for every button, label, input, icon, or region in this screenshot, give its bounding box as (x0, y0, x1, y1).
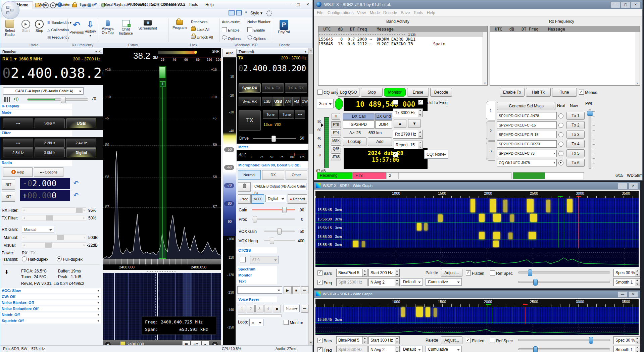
wg2-freq-checkbox[interactable]: Freq (317, 280, 332, 285)
wg2-zero-handle[interactable] (533, 279, 538, 286)
menu-save[interactable]: Save (401, 10, 410, 15)
wg2-gain-slider[interactable] (518, 271, 610, 273)
filter-label[interactable]: Filter (0, 131, 72, 136)
msg-tab-1[interactable]: 1 (486, 101, 495, 120)
wg2-tx-marker[interactable] (577, 196, 581, 198)
xit-reset-icon[interactable]: ↶ (73, 192, 79, 199)
generate-std-msgs-button[interactable]: Generate Std Msgs (497, 102, 555, 110)
vk-2-button[interactable]: 2 (247, 305, 255, 312)
tx4-button[interactable]: Tx 4 (566, 140, 585, 148)
agc-link[interactable]: AGC: Slow▼ (0, 288, 101, 293)
digital-combo[interactable]: Digital (265, 195, 286, 202)
power-tx[interactable]: TX (31, 251, 36, 255)
scroll-up-arrow[interactable]: ▲ (309, 48, 313, 53)
tx-transmit-button[interactable]: TX (239, 110, 261, 131)
monitor2-icon[interactable] (236, 10, 242, 17)
band-combo[interactable]: 3cm (317, 99, 334, 108)
menu-decode[interactable]: Decode (383, 10, 397, 15)
wg2-close[interactable]: ✕ (629, 183, 638, 189)
power-rx[interactable]: RX (22, 251, 28, 255)
tx1-message[interactable]: SP2HPD OK1UFC JN78 (497, 112, 557, 119)
wg1-bins-spinner[interactable]: Bins/Pixel 5 (336, 336, 367, 344)
mode-q65-button[interactable]: Q65 (331, 145, 341, 152)
rit-button[interactable]: RIT (2, 180, 15, 190)
gain-slider[interactable] (252, 209, 295, 210)
filter-3000-button[interactable]: 3.0kHz (35, 148, 65, 157)
vk-3-button[interactable]: 3 (255, 305, 263, 312)
wg2-spec-spinner[interactable]: Spec 30 % (613, 269, 640, 277)
record-button[interactable]: ● Record (288, 194, 307, 204)
wg1-close[interactable]: ✕ (629, 291, 638, 298)
decode-button[interactable]: Decode (430, 88, 452, 97)
tone-button[interactable]: Tone (263, 110, 278, 119)
rx-to-tx-button[interactable]: RX ► TX (262, 83, 284, 93)
tx-lsb-button[interactable]: LSB (262, 97, 273, 106)
wg1-cumulative-combo[interactable]: Cumulative (426, 346, 462, 352)
mode-msk-button[interactable]: MSK (331, 137, 341, 144)
wg2-bins-spinner[interactable]: Bins/Pixel 5 (336, 269, 367, 277)
erase-button[interactable]: Erase (407, 88, 429, 97)
paypal-button[interactable]: P PayPal (276, 20, 292, 34)
log-qso-button[interactable]: Log QSO (338, 88, 359, 97)
nb-options[interactable]: Options (247, 35, 266, 41)
console-close-button[interactable]: ✕ (303, 1, 313, 8)
audio-output-combo[interactable]: CABLE-B Output (VB-Audio Cable B) (252, 183, 306, 190)
splitter[interactable] (103, 270, 221, 273)
receive-panel-controls[interactable]: ▼ ✕ (95, 49, 101, 55)
wg2-adjust-button[interactable]: Adjust... (441, 269, 462, 277)
tx6-radio[interactable] (558, 160, 563, 166)
equalizer-icon[interactable] (4, 97, 10, 102)
wg1-smooth-spinner[interactable]: Smooth 1 (613, 346, 640, 352)
tx5-button[interactable]: Tx 5 (566, 149, 585, 157)
mode-h-button[interactable]: H (332, 113, 340, 120)
cq-combo[interactable]: CQ: None (424, 150, 448, 159)
bandwidth-button[interactable]: ‖‖ Bandwidth ▾ (47, 20, 71, 25)
wg2-zero-slider[interactable] (518, 281, 610, 283)
wg2-titlebar[interactable]: WSJT-X - SDR2 - Wide Graph — ✕ (314, 182, 640, 190)
tx-filter-slider[interactable]: ‹ › (22, 215, 86, 221)
text-play-button[interactable]: ▶ (284, 286, 292, 294)
wg2-minimize[interactable]: — (618, 183, 627, 189)
rxf-column-header[interactable]: UTC dB DT Freq Message (490, 26, 640, 33)
tx-cw-button[interactable]: CW (301, 97, 309, 106)
wg2-frequency-scale[interactable]: 1000 1500 2000 2500 3000 3500 (315, 191, 639, 198)
tx-am-button[interactable]: AM (284, 97, 292, 106)
proc-slider-handle[interactable] (253, 216, 257, 222)
msg-tab-3[interactable]: 3 (486, 141, 495, 161)
nb-enable[interactable]: Enable (247, 27, 265, 32)
hold-tx-checkbox[interactable]: Hold Tx Freq (418, 100, 447, 105)
wg1-rx-marker[interactable] (486, 304, 491, 307)
meter-section[interactable]: Meter (237, 144, 308, 150)
xit-display[interactable]: +00.000 (20, 190, 70, 201)
wg1-spec-spinner[interactable]: Spec 30 % (613, 336, 640, 344)
voice-keyer-section[interactable]: Voice Keyer (237, 296, 277, 302)
tab-transmit[interactable]: Transmit (75, 1, 99, 8)
volume-slider-handle[interactable] (61, 97, 66, 103)
wg2-start-spinner[interactable]: Start 300 Hz (368, 269, 400, 277)
mode-dots-button[interactable]: ••• (3, 118, 33, 128)
dx-call-field[interactable]: SP2HPD (343, 120, 375, 129)
dx-grid-field[interactable]: JO94 (375, 120, 392, 129)
wg1-bars-checkbox[interactable]: Bars (317, 338, 332, 343)
microphone-section[interactable]: Microphone: Gain 90, Boost 5.0 dB, VOX (237, 162, 308, 168)
rx-freq[interactable]: 2.400.038.200 (11, 65, 118, 81)
band-activity-list[interactable]: ------------------------------------ 3cm… (318, 32, 488, 86)
wg1-tx-marker[interactable] (523, 304, 528, 307)
audio-input-combo[interactable]: CABLE-A Input (VB-Audio Cable A) (3, 87, 84, 95)
vox-gain-handle[interactable] (277, 228, 282, 235)
previous-button[interactable]: ↶Previous (69, 20, 84, 34)
ctcss-section[interactable]: CTCSS (237, 247, 277, 253)
squelch-link[interactable]: Squelch: Off▼ (0, 318, 101, 323)
vox-button[interactable]: VOX (251, 194, 264, 204)
child-instance-button[interactable]: + Child Instance (117, 20, 135, 35)
wg1-titlebar[interactable]: WSJT-X - SDR1 - Wide Graph — ✕ (314, 291, 640, 298)
menu-configurations[interactable]: Configurations (328, 10, 353, 15)
vk-4-button[interactable]: 4 (264, 305, 272, 312)
tx6-button[interactable]: Tx 6 (566, 159, 585, 167)
wsjtx-minimize[interactable]: — (611, 2, 620, 8)
mode-link[interactable]: Mode (0, 110, 72, 116)
wsjtx-maximize[interactable]: ▢ (621, 2, 630, 8)
profile-other-button[interactable]: Other (286, 170, 307, 180)
tab-view[interactable]: View (34, 1, 51, 8)
vk-1-button[interactable]: 1 (238, 305, 246, 312)
